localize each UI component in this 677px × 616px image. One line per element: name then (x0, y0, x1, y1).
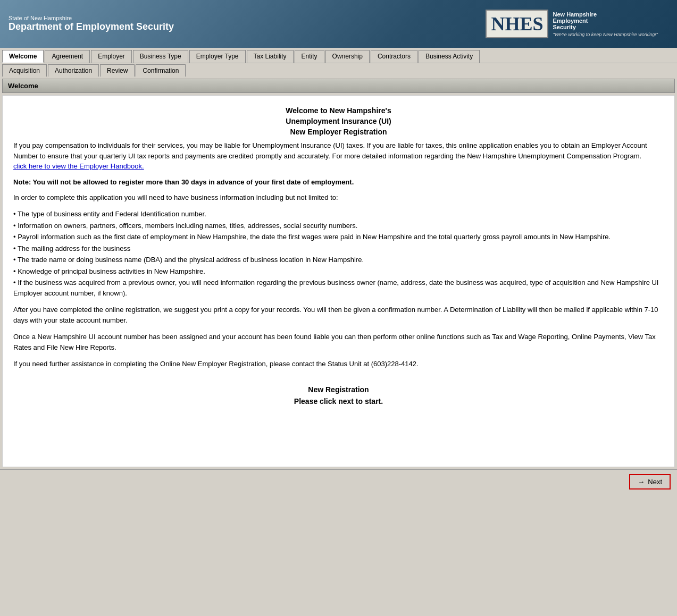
title-line3: New Employer Registration (13, 128, 664, 136)
paragraph4: If you need further assistance in comple… (13, 359, 664, 369)
nhes-name-line1: New Hampshire (553, 11, 658, 18)
section-title: Welcome (8, 82, 38, 90)
tab-business-type[interactable]: Business Type (133, 50, 188, 63)
requirements-list: • The type of business entity and Federa… (13, 209, 664, 298)
next-arrow-icon: → (638, 478, 645, 486)
bullet-6: • Knowledge of principal business activi… (13, 266, 664, 277)
nhes-logo-area: NHES New Hampshire Employment Security "… (486, 10, 658, 38)
intro-paragraph: If you pay compensation to individuals f… (13, 140, 664, 172)
tab-acquisition[interactable]: Acquisition (2, 64, 47, 77)
tab-employer[interactable]: Employer (91, 50, 132, 63)
next-label: Next (648, 478, 662, 486)
title-line2: Unemployment Insurance (UI) (13, 117, 664, 125)
nhes-name-block: New Hampshire Employment Security "We're… (553, 11, 658, 37)
tab-entity[interactable]: Entity (295, 50, 324, 63)
nhes-tagline: "We're working to keep New Hampshire wor… (553, 32, 658, 37)
tab-tax-liability[interactable]: Tax Liability (247, 50, 294, 63)
main-content: Welcome to New Hampshire's Unemployment … (2, 95, 675, 467)
bullet-2: • Information on owners, partners, offic… (13, 221, 664, 231)
intro-text: If you pay compensation to individuals f… (13, 141, 647, 160)
paragraph2: After you have completed the online regi… (13, 305, 664, 325)
section-header: Welcome (2, 79, 675, 93)
welcome-title-block: Welcome to New Hampshire's Unemployment … (13, 106, 664, 136)
page-header: State of New Hampshire Department of Emp… (0, 0, 677, 48)
tab-contractors[interactable]: Contractors (371, 50, 417, 63)
nhes-logo: NHES New Hampshire Employment Security "… (486, 10, 658, 38)
paragraph3: Once a New Hampshire UI account number h… (13, 332, 664, 352)
nhes-letters: NHES (486, 10, 548, 38)
bullet-5: • The trade name or doing business name … (13, 255, 664, 265)
new-registration-subtitle: Please click next to start. (13, 397, 664, 406)
bottom-bar: → Next (0, 469, 677, 494)
tab-business-activity[interactable]: Business Activity (419, 50, 480, 63)
list-intro: In order to complete this application yo… (13, 192, 664, 203)
bullet-3: • Payroll information such as the first … (13, 232, 664, 242)
nav-row-1: Welcome Agreement Employer Business Type… (0, 48, 677, 63)
title-line1: Welcome to New Hampshire's (13, 106, 664, 115)
bullet-1: • The type of business entity and Federa… (13, 209, 664, 220)
tab-authorization[interactable]: Authorization (48, 64, 99, 77)
nav-row-2: Acquisition Authorization Review Confirm… (0, 64, 677, 77)
dept-name: Department of Employment Security (9, 21, 174, 33)
handbook-link[interactable]: click here to view the Employer Handbook… (13, 162, 144, 170)
bullet-4: • The mailing address for the business (13, 243, 664, 254)
nhes-name-line2: Employment (553, 18, 658, 24)
tab-ownership[interactable]: Ownership (325, 50, 370, 63)
new-registration-title: New Registration (13, 385, 664, 394)
tab-confirmation[interactable]: Confirmation (136, 64, 186, 77)
new-registration-block: New Registration Please click next to st… (13, 385, 664, 406)
state-name: State of New Hampshire (9, 15, 174, 21)
tab-review[interactable]: Review (100, 64, 135, 77)
tab-agreement[interactable]: Agreement (45, 50, 90, 63)
next-button[interactable]: → Next (629, 474, 671, 490)
nhes-name-line3: Security (553, 24, 658, 30)
tab-employer-type[interactable]: Employer Type (189, 50, 246, 63)
tab-welcome[interactable]: Welcome (2, 50, 44, 63)
note-text: Note: You will not be allowed to registe… (13, 178, 664, 186)
header-org-info: State of New Hampshire Department of Emp… (9, 15, 174, 33)
bullet-7: • If the business was acquired from a pr… (13, 277, 664, 298)
